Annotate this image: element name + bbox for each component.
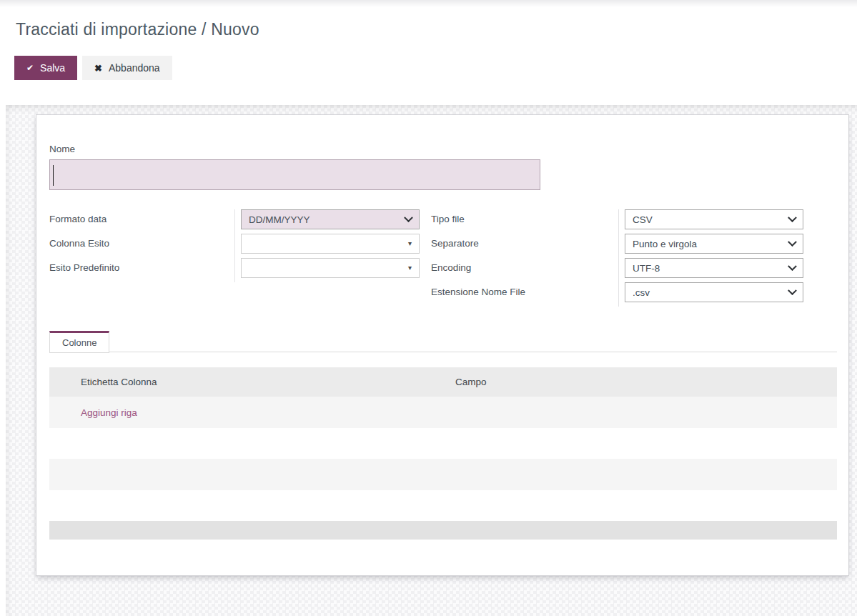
tab-bar: Colonne — [49, 331, 837, 352]
column-header-campo: Campo — [455, 377, 837, 387]
text-caret — [53, 165, 54, 186]
form-card: Nome Formato data Colonna Esito Esito Pr… — [36, 114, 849, 576]
tipo-file-label: Tipo file — [431, 209, 618, 234]
abandon-button-label: Abbandona — [109, 62, 160, 74]
close-icon: ✖ — [94, 63, 102, 74]
separatore-label: Separatore — [431, 234, 618, 258]
right-fields: CSV Punto e virgola UTF-8 — [618, 209, 803, 307]
left-labels: Formato data Colonna Esito Esito Predefi… — [49, 209, 234, 282]
content-background: Nome Formato data Colonna Esito Esito Pr… — [6, 105, 857, 616]
chevron-down-icon — [404, 213, 413, 222]
formato-data-value: DD/MM/YYYY — [249, 214, 310, 225]
column-header-etichetta: Etichetta Colonna — [49, 377, 455, 387]
separatore-value: Punto e virgola — [633, 239, 697, 249]
tipo-file-select[interactable]: CSV — [625, 209, 803, 229]
chevron-down-icon — [788, 262, 797, 271]
check-icon: ✔ — [26, 63, 34, 73]
formato-data-label: Formato data — [49, 209, 234, 234]
colonne-table: Etichetta Colonna Campo Aggiungi riga — [49, 367, 837, 540]
header-shadow — [0, 0, 857, 7]
colonna-esito-label: Colonna Esito — [49, 234, 234, 258]
save-button-label: Salva — [40, 62, 65, 74]
colonna-esito-combobox[interactable]: ▾ — [241, 234, 420, 254]
estensione-nome-file-label: Estensione Nome File — [431, 282, 618, 307]
encoding-select[interactable]: UTF-8 — [625, 258, 803, 278]
encoding-label: Encoding — [431, 258, 618, 282]
table-footer-band — [49, 521, 837, 540]
toolbar: ✔ Salva ✖ Abbandona — [14, 56, 172, 80]
estensione-nome-file-select[interactable]: .csv — [625, 282, 803, 302]
tab-colonne-label: Colonne — [62, 337, 96, 348]
combo-arrow-icon: ▾ — [408, 264, 412, 272]
encoding-value: UTF-8 — [633, 263, 660, 274]
chevron-down-icon — [788, 213, 797, 222]
nome-input[interactable] — [49, 159, 540, 190]
table-row: Aggiungi riga — [49, 397, 837, 428]
right-labels: Tipo file Separatore Encoding Estensione… — [431, 209, 618, 307]
table-spacer — [49, 428, 837, 459]
form-left-column: Formato data Colonna Esito Esito Predefi… — [49, 209, 420, 282]
empty-row-band — [49, 459, 837, 490]
chevron-down-icon — [788, 286, 797, 295]
esito-predefinito-combobox[interactable]: ▾ — [241, 258, 420, 278]
tab-colonne[interactable]: Colonne — [49, 331, 109, 353]
chevron-down-icon — [788, 237, 797, 247]
save-button[interactable]: ✔ Salva — [14, 56, 77, 80]
tipo-file-value: CSV — [633, 214, 653, 225]
formato-data-select[interactable]: DD/MM/YYYY — [241, 209, 420, 229]
add-row-link[interactable]: Aggiungi riga — [81, 407, 137, 418]
abandon-button[interactable]: ✖ Abbandona — [82, 56, 172, 80]
nome-label: Nome — [49, 144, 75, 154]
page-title: Tracciati di importazione / Nuovo — [16, 20, 259, 39]
estensione-nome-file-value: .csv — [633, 287, 650, 298]
table-spacer — [49, 490, 837, 521]
table-header-row: Etichetta Colonna Campo — [49, 367, 837, 397]
separatore-select[interactable]: Punto e virgola — [625, 234, 803, 254]
combo-arrow-icon: ▾ — [408, 240, 412, 247]
form-right-column: Tipo file Separatore Encoding Estensione… — [431, 209, 803, 307]
left-fields: DD/MM/YYYY ▾ ▾ — [234, 209, 420, 282]
esito-predefinito-label: Esito Predefinito — [49, 258, 234, 282]
